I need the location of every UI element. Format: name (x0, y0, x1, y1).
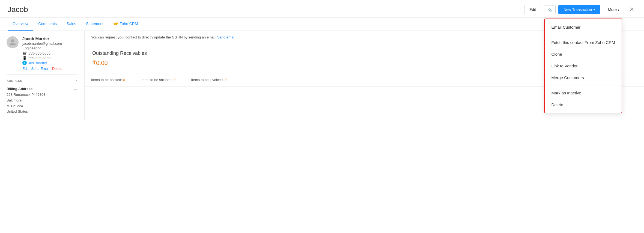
contact-department: Engineering (22, 46, 62, 50)
items-invoiced-value: 0 (225, 78, 226, 82)
more-button[interactable]: More ▾ (603, 5, 624, 14)
address-line1: 228 Runamuck Pl #2808 (7, 92, 45, 98)
mobile-icon: 📱 (22, 56, 27, 60)
dropdown-item-fetch-zoho[interactable]: Fetch this contact From Zoho CRM (545, 37, 622, 48)
items-packed: Items to be packed: 0 (91, 78, 133, 82)
address-row: Billing Address 228 Runamuck Pl #2808 Ba… (7, 87, 78, 115)
address-section-title: ADDRESS (7, 79, 22, 82)
paperclip-icon: 📎 (547, 8, 552, 12)
dropdown-item-clone[interactable]: Clone (545, 48, 622, 60)
receivables-amount: ₹0.00 (92, 59, 560, 67)
tab-zoho-label: Zoho CRM (120, 22, 138, 26)
billing-address: Billing Address 228 Runamuck Pl #2808 Ba… (7, 87, 78, 115)
dropdown-item-link-vendor[interactable]: Link to Vendor (545, 60, 622, 72)
new-transaction-label: New Transaction (563, 7, 592, 12)
zoho-crm-icon: 🤝 (113, 22, 118, 26)
page: Jacob Edit 📎 New Transaction ▾ More ▾ ✕ … (0, 0, 644, 233)
gstin-send-email-link[interactable]: Send emai (217, 35, 234, 39)
tab-zoho-crm[interactable]: 🤝 Zoho CRM (108, 18, 143, 31)
tab-overview[interactable]: Overview (8, 18, 33, 31)
contact-delete-link[interactable]: Delete (52, 67, 62, 71)
edit-button[interactable]: Edit (524, 5, 541, 14)
address-country: United States (7, 109, 45, 115)
dropdown-item-merge-customers[interactable]: Merge Customers (545, 72, 622, 83)
items-invoiced: Items to be invoiced: 0 (183, 78, 234, 82)
items-shipped-label: Items to be shipped: (141, 78, 172, 82)
avatar (7, 36, 19, 48)
address-state-zip: MD 21224 (7, 103, 45, 109)
contact-phone: ☎ 555-555-5555 (22, 51, 62, 55)
attachment-button[interactable]: 📎 (544, 5, 556, 14)
receivables-title: Outstanding Receivables (92, 50, 560, 56)
contact-edit-link[interactable]: Edit (22, 67, 28, 71)
address-edit-icon[interactable]: ✏ (73, 87, 78, 92)
header-actions: Edit 📎 New Transaction ▾ More ▾ ✕ (524, 5, 636, 14)
dropdown-item-delete[interactable]: Delete (545, 99, 622, 110)
items-shipped-value: 0 (174, 78, 175, 82)
dropdown-item-mark-inactive[interactable]: Mark as Inactive (545, 87, 622, 99)
close-button[interactable]: ✕ (627, 5, 636, 14)
contact-mobile: 📱 555-555-5555 (22, 56, 62, 60)
contact-info: Jacob Marrier jacobmarrier@gmail.com Eng… (22, 36, 62, 71)
billing-label: Billing Address (7, 87, 45, 91)
dropdown-divider-1 (545, 35, 622, 35)
address-content: Billing Address 228 Runamuck Pl #2808 Ba… (7, 87, 45, 115)
tab-statement[interactable]: Statement (81, 18, 108, 31)
receivables-left: Outstanding Receivables ₹0.00 (85, 44, 568, 73)
dropdown-item-email-customer[interactable]: Email Customer (545, 21, 622, 33)
left-panel: Jacob Marrier jacobmarrier@gmail.com Eng… (0, 31, 85, 120)
dropdown-divider-2 (545, 85, 622, 85)
address-city: Baltimore (7, 98, 45, 103)
header: Jacob Edit 📎 New Transaction ▾ More ▾ ✕ (0, 0, 644, 18)
phone-icon: ☎ (22, 51, 27, 55)
address-collapse-icon[interactable]: ∧ (75, 79, 78, 83)
contact-skype: S kris_marrier (22, 61, 62, 65)
contact-card: Jacob Marrier jacobmarrier@gmail.com Eng… (7, 36, 78, 71)
tab-sales[interactable]: Sales (62, 18, 81, 31)
contact-send-email-link[interactable]: Send Email (31, 67, 49, 71)
items-invoiced-label: Items to be invoiced: (191, 78, 223, 82)
items-packed-label: Items to be packed: (91, 78, 122, 82)
person-icon (9, 38, 16, 46)
more-label: More (608, 7, 617, 12)
contact-name: Jacob Marrier (22, 36, 62, 41)
contact-actions: Edit Send Email Delete (22, 67, 62, 71)
gstin-text: You can request your contact to directly… (91, 35, 216, 39)
skype-icon: S (22, 61, 27, 65)
address-section-header: ADDRESS ∧ (7, 74, 78, 86)
items-shipped: Items to be shipped: 0 (133, 78, 183, 82)
items-packed-value: 0 (123, 78, 125, 82)
contact-email: jacobmarrier@gmail.com (22, 41, 62, 46)
more-chevron-icon: ▾ (618, 8, 619, 11)
new-transaction-button[interactable]: New Transaction ▾ (558, 5, 600, 14)
tab-comments[interactable]: Comments (33, 18, 62, 31)
page-title: Jacob (8, 5, 28, 14)
more-dropdown-menu: Email Customer Fetch this contact From Z… (544, 19, 622, 113)
chevron-down-icon: ▾ (594, 8, 595, 11)
close-icon: ✕ (629, 6, 634, 13)
